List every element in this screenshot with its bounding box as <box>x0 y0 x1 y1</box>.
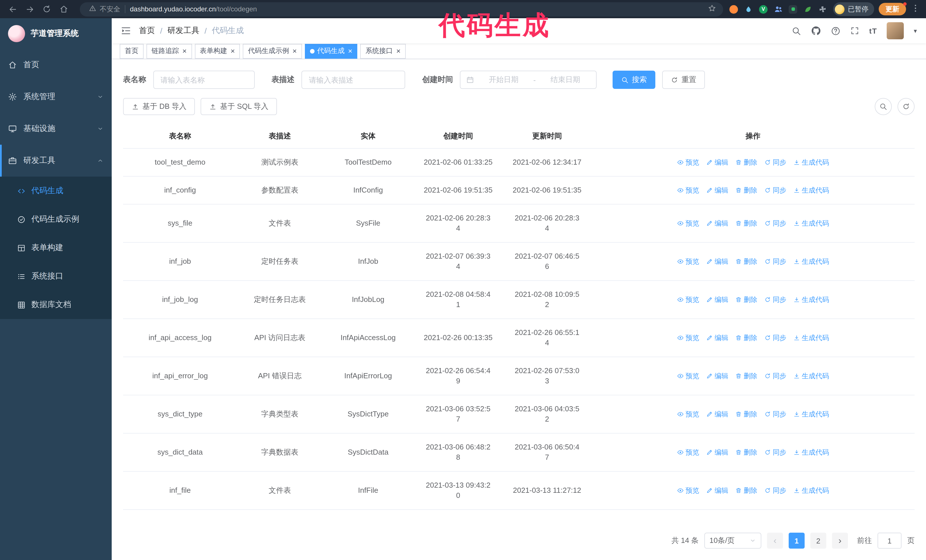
sidebar-item[interactable]: 基础设施 <box>0 113 112 145</box>
orange-circle-icon[interactable] <box>729 4 738 14</box>
action-download[interactable]: 生成代码 <box>793 371 829 381</box>
action-trash[interactable]: 删除 <box>735 157 757 168</box>
sidebar-subitem[interactable]: 代码生成示例 <box>0 205 112 234</box>
action-sync[interactable]: 同步 <box>764 185 787 195</box>
action-download[interactable]: 生成代码 <box>793 447 829 457</box>
action-edit[interactable]: 编辑 <box>706 157 728 168</box>
action-sync[interactable]: 同步 <box>764 157 787 168</box>
action-eye[interactable]: 预览 <box>677 185 699 195</box>
next-page-button[interactable]: › <box>832 533 848 549</box>
sidebar-subitem[interactable]: 系统接口 <box>0 262 112 291</box>
tab-item[interactable]: 首页 <box>120 44 144 58</box>
font-size-icon[interactable]: tT <box>869 27 877 35</box>
update-button[interactable]: 更新 <box>879 3 906 15</box>
app-logo[interactable]: 芋道管理系统 <box>0 18 112 49</box>
close-icon[interactable]: × <box>348 47 353 55</box>
sidebar-item[interactable]: 研发工具 <box>0 145 112 177</box>
action-edit[interactable]: 编辑 <box>706 409 728 419</box>
action-sync[interactable]: 同步 <box>764 218 787 228</box>
breadcrumb-item[interactable]: 研发工具 <box>168 26 200 36</box>
action-trash[interactable]: 删除 <box>735 485 757 496</box>
action-edit[interactable]: 编辑 <box>706 218 728 228</box>
action-edit[interactable]: 编辑 <box>706 447 728 457</box>
sidebar-item[interactable]: 首页 <box>0 49 112 81</box>
browser-forward-button[interactable] <box>23 2 36 16</box>
profile-paused-badge[interactable]: 已暂停 <box>833 2 874 16</box>
page-size-select[interactable]: 10条/页 <box>704 533 761 549</box>
sidebar-subitem[interactable]: 代码生成 <box>0 177 112 205</box>
address-bar[interactable]: 不安全 dashboard.yudao.iocoder.cn/tool/code… <box>80 2 723 16</box>
leaf-icon[interactable] <box>803 4 813 14</box>
table-desc-input[interactable] <box>301 71 405 89</box>
toggle-search-button[interactable] <box>875 98 892 115</box>
action-download[interactable]: 生成代码 <box>793 257 829 267</box>
action-trash[interactable]: 删除 <box>735 218 757 228</box>
close-icon[interactable]: × <box>182 47 187 55</box>
fullscreen-icon[interactable] <box>850 26 859 35</box>
action-edit[interactable]: 编辑 <box>706 257 728 267</box>
github-icon[interactable] <box>811 26 821 36</box>
sidebar-subitem[interactable]: 数据库文档 <box>0 291 112 319</box>
sidebar-toggle-button[interactable] <box>121 26 131 36</box>
reset-button[interactable]: 重置 <box>662 71 705 89</box>
action-eye[interactable]: 预览 <box>677 157 699 168</box>
sidebar-item[interactable]: 系统管理 <box>0 81 112 113</box>
action-sync[interactable]: 同步 <box>764 371 787 381</box>
action-trash[interactable]: 删除 <box>735 294 757 305</box>
browser-back-button[interactable] <box>6 2 20 16</box>
action-trash[interactable]: 删除 <box>735 185 757 195</box>
action-download[interactable]: 生成代码 <box>793 157 829 168</box>
avatar-caret-down-icon[interactable]: ▾ <box>914 27 917 35</box>
search-button[interactable]: 搜索 <box>613 71 655 89</box>
page-button-1[interactable]: 1 <box>789 533 805 549</box>
action-eye[interactable]: 预览 <box>677 333 699 343</box>
not-secure-warning-icon[interactable] <box>89 5 96 14</box>
action-sync[interactable]: 同步 <box>764 409 787 419</box>
action-sync[interactable]: 同步 <box>764 447 787 457</box>
green-v-icon[interactable]: V <box>758 4 768 14</box>
action-eye[interactable]: 预览 <box>677 485 699 496</box>
prev-page-button[interactable]: ‹ <box>767 533 783 549</box>
browser-reload-button[interactable] <box>40 2 54 16</box>
import-sql-button[interactable]: 基于 SQL 导入 <box>201 98 277 115</box>
browser-home-button[interactable] <box>57 2 71 16</box>
refresh-table-button[interactable] <box>897 98 915 115</box>
import-db-button[interactable]: 基于 DB 导入 <box>123 98 195 115</box>
action-trash[interactable]: 删除 <box>735 447 757 457</box>
dark-card-icon[interactable] <box>788 4 798 14</box>
action-eye[interactable]: 预览 <box>677 257 699 267</box>
bookmark-star-icon[interactable] <box>708 4 716 14</box>
puzzle-icon[interactable] <box>818 4 828 14</box>
breadcrumb-item[interactable]: 首页 <box>139 26 155 36</box>
page-button-2[interactable]: 2 <box>810 533 826 549</box>
close-icon[interactable]: × <box>230 47 235 55</box>
tab-item[interactable]: 链路追踪× <box>147 44 192 58</box>
action-edit[interactable]: 编辑 <box>706 294 728 305</box>
header-search-button[interactable] <box>791 26 801 36</box>
action-eye[interactable]: 预览 <box>677 409 699 419</box>
action-trash[interactable]: 删除 <box>735 257 757 267</box>
tab-item[interactable]: 代码生成× <box>305 44 357 58</box>
people-icon[interactable] <box>773 4 783 14</box>
tab-item[interactable]: 系统接口× <box>360 44 406 58</box>
date-range-picker[interactable]: 开始日期 - 结束日期 <box>460 71 597 89</box>
tab-item[interactable]: 代码生成示例× <box>243 44 302 58</box>
table-name-input[interactable] <box>153 71 254 89</box>
tab-item[interactable]: 表单构建× <box>195 44 240 58</box>
action-eye[interactable]: 预览 <box>677 294 699 305</box>
action-download[interactable]: 生成代码 <box>793 185 829 195</box>
action-sync[interactable]: 同步 <box>764 333 787 343</box>
action-sync[interactable]: 同步 <box>764 257 787 267</box>
action-download[interactable]: 生成代码 <box>793 409 829 419</box>
action-download[interactable]: 生成代码 <box>793 485 829 496</box>
action-download[interactable]: 生成代码 <box>793 333 829 343</box>
action-eye[interactable]: 预览 <box>677 447 699 457</box>
action-trash[interactable]: 删除 <box>735 409 757 419</box>
action-edit[interactable]: 编辑 <box>706 333 728 343</box>
close-icon[interactable]: × <box>292 47 297 55</box>
action-eye[interactable]: 预览 <box>677 371 699 381</box>
close-icon[interactable]: × <box>396 47 401 55</box>
action-trash[interactable]: 删除 <box>735 333 757 343</box>
action-edit[interactable]: 编辑 <box>706 185 728 195</box>
action-eye[interactable]: 预览 <box>677 218 699 228</box>
